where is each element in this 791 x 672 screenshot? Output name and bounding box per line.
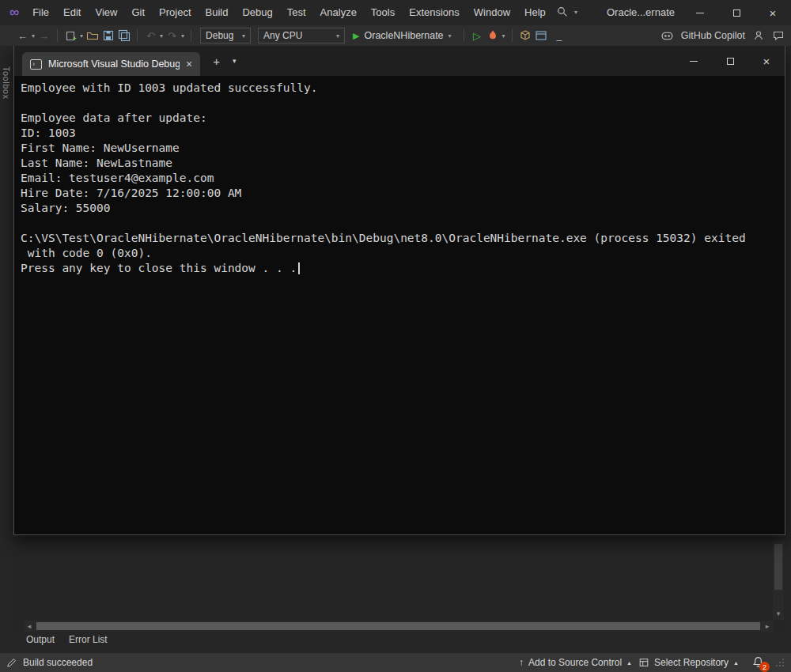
menu-git[interactable]: Git [124,0,152,25]
start-debugging-button[interactable]: ▶ OracleNHibernate ▾ [347,27,457,44]
sidebar-tab-toolbox[interactable]: Toolbox [2,66,11,99]
search-box[interactable]: ▾ [556,6,577,18]
console-line: Employee data after update: [21,111,778,126]
toolbar-overflow-button[interactable]: _ [557,30,562,41]
add-to-source-control-label: Add to Source Control [528,657,622,668]
chevron-up-icon: ▲ [626,660,632,666]
toolbar-separator [464,29,464,42]
debug-console-window: › Microsoft Visual Studio Debug × + ▾ × … [13,45,785,535]
maximize-button[interactable] [718,0,755,25]
start-without-debugging-button[interactable]: ▷ [471,27,484,44]
navigate-forward-button[interactable]: → [37,27,51,44]
menu-window[interactable]: Window [467,0,517,25]
status-bar: Build succeeded ↑ Add to Source Control … [0,653,791,672]
toolbar-separator [191,29,191,42]
console-icon: › [30,59,42,70]
chevron-down-icon: ▾ [242,32,245,40]
menu-edit[interactable]: Edit [56,0,88,25]
window-title: Oracle...ernate [607,0,675,25]
minimize-button[interactable] [682,0,718,25]
panel-tab-bar: Output Error List [26,634,108,645]
visual-studio-window: ∞ File Edit View Git Project Build Debug… [0,0,791,672]
window-controls: × [682,0,791,25]
console-line: ID: 1003 [21,126,778,141]
console-tab[interactable]: › Microsoft Visual Studio Debug × [22,52,200,76]
menu-test[interactable]: Test [280,0,313,25]
new-tab-button[interactable]: + [213,55,220,68]
console-line: Hire Date: 7/16/2025 12:00:00 AM [21,186,778,201]
vertical-scrollbar[interactable]: ▾ [773,541,784,620]
menu-debug[interactable]: Debug [235,0,279,25]
toolbar-separator [512,29,513,42]
browser-window-icon[interactable] [535,27,548,44]
feedback-icon[interactable] [772,29,785,42]
console-window-controls: × [676,46,785,76]
configuration-value: Debug [206,30,233,41]
platform-value: Any CPU [263,30,302,41]
redo-button[interactable]: ↷ [165,27,179,44]
horizontal-scrollbar-thumb[interactable] [36,622,760,630]
notifications-button[interactable]: 2 [751,655,766,670]
tab-output[interactable]: Output [26,634,55,645]
menu-bar: File Edit View Git Project Build Debug T… [25,0,553,25]
menu-tools[interactable]: Tools [364,0,402,25]
hot-reload-chevron-icon[interactable]: ▾ [502,32,505,40]
undo-button[interactable]: ↶ [144,27,157,44]
tab-close-icon[interactable]: × [186,58,192,70]
undo-chevron-icon[interactable]: ▾ [160,32,163,40]
minimize-icon [696,13,704,13]
scroll-left-arrow-icon[interactable]: ◂ [24,621,35,632]
console-line: Last Name: NewLastname [21,156,778,171]
scroll-down-arrow-icon[interactable]: ▾ [773,608,784,619]
notification-count-badge: 2 [759,662,770,672]
menu-view[interactable]: View [88,0,124,25]
minimize-icon [690,61,698,62]
save-all-button[interactable] [117,27,131,44]
menu-analyze[interactable]: Analyze [313,0,364,25]
package-icon[interactable] [519,27,532,44]
chevron-down-icon: ▾ [448,32,452,40]
titlebar: ∞ File Edit View Git Project Build Debug… [0,0,791,25]
navigate-back-chevron-icon[interactable]: ▾ [32,32,35,40]
solution-platform-dropdown[interactable]: Any CPU ▾ [258,28,345,43]
build-status-text: Build succeeded [23,657,93,668]
tab-error-list[interactable]: Error List [69,634,108,645]
console-maximize-button[interactable] [712,46,748,76]
new-project-button[interactable] [64,27,78,44]
chevron-up-icon: ▲ [733,660,739,666]
scroll-right-arrow-icon[interactable]: ▸ [762,621,773,632]
menu-help[interactable]: Help [517,0,553,25]
close-button[interactable]: × [755,0,791,25]
vertical-scrollbar-thumb[interactable] [774,544,782,590]
menu-build[interactable]: Build [199,0,236,25]
maximize-icon [727,58,734,65]
redo-chevron-icon[interactable]: ▾ [181,32,184,40]
select-repository-button[interactable]: Select Repository ▲ [638,657,739,668]
console-line: C:\VS\Test\OracleNHibernate\OracleNHiber… [21,231,778,246]
hot-reload-button[interactable] [486,27,500,44]
new-project-chevron-icon[interactable]: ▾ [80,32,83,40]
console-output: Employee with ID 1003 updated successful… [14,76,785,281]
live-share-icon[interactable] [752,29,765,42]
console-line [21,96,778,111]
navigate-back-button[interactable]: ← [16,27,29,44]
github-copilot-icon[interactable] [660,29,674,43]
menu-project[interactable]: Project [152,0,198,25]
resize-grip[interactable] [775,658,785,667]
menu-file[interactable]: File [25,0,56,25]
chevron-down-icon: ▾ [574,9,577,16]
save-button[interactable] [101,27,115,44]
visual-studio-logo-icon: ∞ [9,5,19,21]
tab-list-chevron-icon[interactable]: ▾ [233,57,237,65]
console-minimize-button[interactable] [676,46,712,76]
add-to-source-control-button[interactable]: ↑ Add to Source Control ▲ [519,657,632,668]
menu-extensions[interactable]: Extensions [402,0,467,25]
github-copilot-label[interactable]: GitHub Copilot [681,30,745,41]
solution-configuration-dropdown[interactable]: Debug ▾ [200,28,251,43]
toolbar-right-cluster: GitHub Copilot [660,25,785,46]
console-tab-title: Microsoft Visual Studio Debug [48,59,180,70]
open-file-button[interactable] [85,27,99,44]
horizontal-scrollbar[interactable]: ◂ ▸ [24,621,773,632]
console-titlebar[interactable]: › Microsoft Visual Studio Debug × + ▾ × [14,46,785,76]
console-close-button[interactable]: × [748,46,785,76]
